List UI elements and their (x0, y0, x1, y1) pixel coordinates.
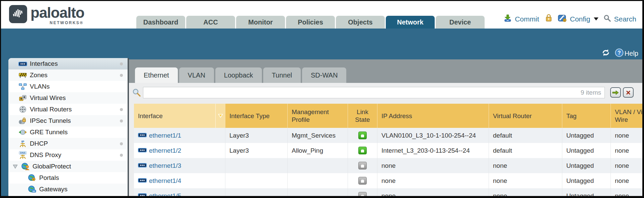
interface-cell: ethernet1/1 (134, 128, 225, 143)
paloalto-waves-icon (9, 5, 27, 23)
tab-objects[interactable]: Objects (336, 16, 385, 29)
link-state-icon (358, 132, 367, 139)
svg-text:IP: IP (21, 140, 24, 143)
item-dot (120, 74, 123, 77)
tab-loopback[interactable]: Loopback (215, 67, 262, 83)
column-header-interface[interactable]: Interface (134, 104, 225, 128)
interface-link[interactable]: ethernet1/2 (149, 147, 181, 154)
config-caret-icon[interactable] (594, 17, 598, 20)
table-row[interactable]: ethernet1/3 none none Untagged none (134, 158, 642, 173)
tab-sdwan[interactable]: SD-WAN (302, 67, 346, 83)
interface-link[interactable]: ethernet1/4 (149, 177, 181, 185)
gre-tunnels-icon (18, 129, 27, 136)
sort-dropdown-icon[interactable] (215, 104, 225, 128)
commit-icon (504, 14, 512, 24)
items-count: 9 items (581, 89, 601, 96)
sidebar-item-interfaces[interactable]: Interfaces (8, 58, 128, 69)
column-header-management-profile[interactable]: Management Profile (287, 104, 348, 128)
tab-policies[interactable]: Policies (286, 16, 335, 29)
app-frame: paloalto NETWORKS® Dashboard ACC Monitor… (1, 1, 642, 196)
link-state-icon (358, 192, 367, 196)
table-row[interactable]: ethernet1/5 none none Untagged none (134, 188, 642, 196)
sidebar-item-dns-proxy[interactable]: DNS DNS Proxy (8, 149, 128, 161)
interface-icon (138, 177, 147, 185)
filter-search-icon (132, 88, 141, 98)
interfaces-table: Interface Interface Type Management Prof… (134, 104, 642, 196)
search-button[interactable]: Search (614, 15, 636, 23)
top-bar: paloalto NETWORKS® Dashboard ACC Monitor… (1, 1, 642, 29)
lock-icon[interactable] (545, 14, 552, 24)
sidebar-item-portals[interactable]: Portals (8, 172, 128, 184)
zones-icon (18, 71, 27, 79)
tab-vlan[interactable]: VLAN (179, 67, 214, 83)
item-dot (120, 119, 123, 122)
sidebar-item-gateways[interactable]: Gateways (8, 184, 128, 195)
link-state-icon (358, 147, 367, 154)
brand-logo: paloalto NETWORKS® (9, 5, 84, 25)
tab-acc[interactable]: ACC (186, 16, 235, 29)
left-margin-strip (1, 29, 8, 196)
sub-header-band: ? Help (1, 29, 642, 61)
network-sidebar: Interfaces Zones (8, 58, 128, 196)
sidebar-item-virtual-routers[interactable]: Virtual Routers (8, 104, 128, 115)
column-header-virtual-router[interactable]: Virtual Router (489, 104, 562, 128)
network-content: Ethernet VLAN Loopback Tunnel SD-WAN 9 i… (129, 59, 642, 196)
filter-input[interactable]: 9 items (143, 87, 605, 98)
virtual-wires-icon (18, 94, 27, 102)
item-dot (120, 154, 123, 157)
column-header-ip-address[interactable]: IP Address (377, 104, 489, 128)
paloalto-networks-app: paloalto NETWORKS® Dashboard ACC Monitor… (0, 0, 644, 198)
interface-icon (138, 162, 147, 169)
item-dot (120, 108, 123, 111)
interface-cell: ethernet1/2 (134, 143, 225, 158)
tab-dashboard[interactable]: Dashboard (136, 16, 185, 29)
vlans-icon (18, 83, 27, 90)
tab-monitor[interactable]: Monitor (236, 16, 285, 29)
table-row[interactable]: ethernet1/1 Layer3 Mgmt_Services VLAN010… (134, 128, 642, 143)
sidebar-item-zones[interactable]: Zones (8, 69, 128, 81)
clear-filter-button[interactable] (623, 87, 634, 98)
sidebar-item-dhcp[interactable]: IP DHCP (8, 138, 128, 149)
interface-cell: ethernet1/3 (134, 158, 225, 173)
sidebar-item-ipsec-tunnels[interactable]: IPSec Tunnels (8, 115, 128, 127)
tab-device[interactable]: Device (436, 16, 485, 29)
refresh-icon[interactable] (601, 49, 610, 58)
search-icon (603, 14, 611, 23)
interfaces-icon (18, 60, 27, 67)
interface-cell: ethernet1/4 (134, 173, 225, 188)
sidebar-item-virtual-wires[interactable]: Virtual Wires (8, 92, 128, 104)
table-row[interactable]: ethernet1/2 Layer3 Allow_Ping Internet_L… (134, 143, 642, 158)
apply-filter-button[interactable] (610, 87, 621, 98)
portals-icon (28, 174, 37, 182)
collapse-triangle-icon[interactable] (12, 164, 18, 169)
link-state-icon (358, 162, 367, 169)
gateways-icon (28, 186, 37, 193)
tab-network[interactable]: Network (386, 16, 435, 29)
tab-tunnel[interactable]: Tunnel (263, 67, 301, 83)
table-header: Interface Interface Type Management Prof… (134, 104, 642, 128)
brand-subtitle: NETWORKS® (50, 20, 83, 25)
commit-button[interactable]: Commit (515, 15, 539, 23)
column-header-interface-type[interactable]: Interface Type (225, 104, 287, 128)
sidebar-item-vlans[interactable]: VLANs (8, 81, 128, 92)
interface-link[interactable]: ethernet1/3 (149, 162, 181, 169)
interface-icon (138, 132, 147, 139)
filter-bar: 9 items (132, 87, 642, 99)
interface-link[interactable]: ethernet1/5 (149, 192, 181, 196)
column-header-vlan-virtual-wire[interactable]: VLAN / Virtual Wire (611, 104, 642, 128)
sidebar-item-gre-tunnels[interactable]: GRE Tunnels (8, 127, 128, 138)
interface-icon (138, 147, 147, 154)
help-icon[interactable]: ? (615, 48, 624, 59)
config-button[interactable]: Config (570, 15, 590, 23)
sidebar-item-globalprotect[interactable]: GlobalProtect (8, 161, 128, 172)
dhcp-icon: IP (18, 140, 27, 147)
ethernet-panel: 9 items Interface Interf (129, 83, 642, 196)
help-link[interactable]: Help (625, 50, 638, 57)
column-header-link-state[interactable]: Link State (348, 104, 377, 128)
table-row[interactable]: ethernet1/4 none none Untagged none (134, 173, 642, 188)
tab-ethernet[interactable]: Ethernet (135, 67, 178, 83)
interface-link[interactable]: ethernet1/1 (149, 132, 181, 139)
main-nav-tabs: Dashboard ACC Monitor Policies Objects N… (136, 16, 485, 29)
svg-text:?: ? (618, 50, 621, 56)
column-header-tag[interactable]: Tag (562, 104, 611, 128)
